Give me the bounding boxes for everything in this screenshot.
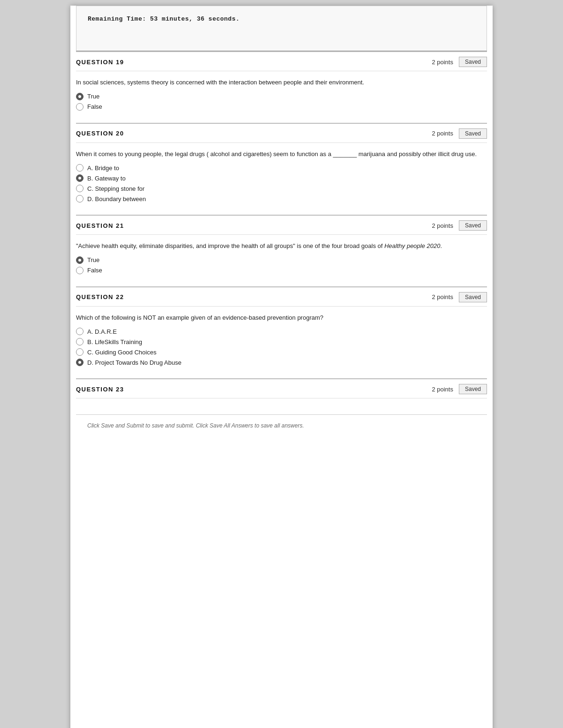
radio-q20-3[interactable] bbox=[76, 195, 84, 203]
timer-label: Remaining Time: bbox=[88, 15, 146, 23]
questions-container: QUESTION 192 pointsSavedIn social scienc… bbox=[70, 51, 493, 414]
question-text-q19: In social sciences, systems theory is co… bbox=[76, 78, 487, 87]
question-title-q22: QUESTION 22 bbox=[76, 293, 124, 300]
radio-q20-1[interactable] bbox=[76, 174, 84, 182]
question-right-q23: 2 pointsSaved bbox=[432, 384, 487, 394]
option-item-q21-1[interactable]: False bbox=[76, 267, 487, 274]
option-item-q20-0[interactable]: A. Bridge to bbox=[76, 164, 487, 172]
radio-q22-1[interactable] bbox=[76, 338, 84, 345]
question-header-q20: QUESTION 202 pointsSaved bbox=[76, 124, 487, 143]
timer-text: Remaining Time: 53 minutes, 36 seconds. bbox=[88, 15, 240, 23]
option-label-q21-1: False bbox=[87, 267, 102, 274]
option-label-q19-0: True bbox=[87, 93, 99, 100]
question-title-q19: QUESTION 19 bbox=[76, 59, 124, 66]
radio-q21-0[interactable] bbox=[76, 256, 84, 264]
question-body-q20: When it comes to young people, the legal… bbox=[76, 143, 487, 215]
radio-q22-0[interactable] bbox=[76, 328, 84, 335]
options-list-q22: A. D.A.R.EB. LifeSkills TrainingC. Guidi… bbox=[76, 328, 487, 366]
options-list-q20: A. Bridge toB. Gateway toC. Stepping sto… bbox=[76, 164, 487, 203]
question-title-q23: QUESTION 23 bbox=[76, 386, 124, 393]
saved-button-q22[interactable]: Saved bbox=[459, 292, 487, 302]
radio-q20-0[interactable] bbox=[76, 164, 84, 172]
question-text-q22: Which of the following is NOT an example… bbox=[76, 313, 487, 323]
question-title-q20: QUESTION 20 bbox=[76, 130, 124, 137]
option-label-q22-2: C. Guiding Good Choices bbox=[87, 349, 156, 356]
footer-bar: Click Save and Submit to save and submit… bbox=[76, 414, 487, 435]
option-label-q20-0: A. Bridge to bbox=[87, 165, 119, 172]
option-label-q20-1: B. Gateway to bbox=[87, 175, 126, 182]
question-header-q23: QUESTION 232 pointsSaved bbox=[76, 379, 487, 398]
question-right-q19: 2 pointsSaved bbox=[432, 57, 487, 67]
option-item-q22-1[interactable]: B. LifeSkills Training bbox=[76, 338, 487, 345]
question-body-q21: "Achieve health equity, eliminate dispar… bbox=[76, 235, 487, 286]
radio-q22-2[interactable] bbox=[76, 348, 84, 356]
question-block-q23: QUESTION 232 pointsSaved bbox=[76, 378, 487, 414]
option-label-q20-3: D. Boundary between bbox=[87, 195, 146, 203]
option-item-q22-2[interactable]: C. Guiding Good Choices bbox=[76, 348, 487, 356]
option-label-q19-1: False bbox=[87, 103, 102, 110]
radio-q19-0[interactable] bbox=[76, 93, 84, 100]
option-item-q21-0[interactable]: True bbox=[76, 256, 487, 264]
question-body-q22: Which of the following is NOT an example… bbox=[76, 307, 487, 379]
question-right-q21: 2 pointsSaved bbox=[432, 220, 487, 231]
option-label-q22-3: D. Project Towards No Drug Abuse bbox=[87, 359, 182, 366]
question-block-q20: QUESTION 202 pointsSavedWhen it comes to… bbox=[76, 123, 487, 215]
option-label-q22-0: A. D.A.R.E bbox=[87, 328, 117, 335]
points-label-q20: 2 points bbox=[432, 130, 453, 137]
option-item-q20-3[interactable]: D. Boundary between bbox=[76, 195, 487, 203]
question-header-q22: QUESTION 222 pointsSaved bbox=[76, 287, 487, 307]
option-item-q19-1[interactable]: False bbox=[76, 103, 487, 111]
footer-text: Click Save and Submit to save and submit… bbox=[87, 422, 304, 429]
question-body-q19: In social sciences, systems theory is co… bbox=[76, 71, 487, 123]
saved-button-q21[interactable]: Saved bbox=[459, 220, 487, 231]
points-label-q19: 2 points bbox=[432, 59, 453, 66]
options-list-q19: TrueFalse bbox=[76, 93, 487, 111]
option-label-q22-1: B. LifeSkills Training bbox=[87, 338, 142, 345]
option-item-q20-1[interactable]: B. Gateway to bbox=[76, 174, 487, 182]
options-list-q21: TrueFalse bbox=[76, 256, 487, 274]
timer-value: 53 minutes, 36 seconds. bbox=[150, 15, 240, 23]
option-label-q21-0: True bbox=[87, 256, 99, 263]
points-label-q23: 2 points bbox=[432, 386, 453, 393]
question-text-q20: When it comes to young people, the legal… bbox=[76, 150, 487, 159]
question-block-q22: QUESTION 222 pointsSavedWhich of the fol… bbox=[76, 286, 487, 379]
radio-q19-1[interactable] bbox=[76, 103, 84, 111]
option-item-q22-0[interactable]: A. D.A.R.E bbox=[76, 328, 487, 335]
option-item-q20-2[interactable]: C. Stepping stone for bbox=[76, 185, 487, 192]
saved-button-q19[interactable]: Saved bbox=[459, 57, 487, 67]
question-block-q19: QUESTION 192 pointsSavedIn social scienc… bbox=[76, 51, 487, 123]
saved-button-q20[interactable]: Saved bbox=[459, 128, 487, 139]
question-right-q20: 2 pointsSaved bbox=[432, 128, 487, 139]
question-right-q22: 2 pointsSaved bbox=[432, 292, 487, 302]
option-item-q19-0[interactable]: True bbox=[76, 93, 487, 100]
timer-bar: Remaining Time: 53 minutes, 36 seconds. bbox=[76, 6, 487, 51]
points-label-q21: 2 points bbox=[432, 222, 453, 229]
points-label-q22: 2 points bbox=[432, 293, 453, 300]
question-header-q21: QUESTION 212 pointsSaved bbox=[76, 216, 487, 235]
question-title-q21: QUESTION 21 bbox=[76, 222, 124, 229]
radio-q20-2[interactable] bbox=[76, 185, 84, 192]
radio-q21-1[interactable] bbox=[76, 267, 84, 274]
question-block-q21: QUESTION 212 pointsSaved"Achieve health … bbox=[76, 215, 487, 286]
question-header-q19: QUESTION 192 pointsSaved bbox=[76, 52, 487, 71]
option-item-q22-3[interactable]: D. Project Towards No Drug Abuse bbox=[76, 359, 487, 366]
page-wrapper: Remaining Time: 53 minutes, 36 seconds. … bbox=[70, 6, 493, 728]
saved-button-q23[interactable]: Saved bbox=[459, 384, 487, 394]
question-text-q21: "Achieve health equity, eliminate dispar… bbox=[76, 241, 487, 251]
radio-q22-3[interactable] bbox=[76, 359, 84, 366]
option-label-q20-2: C. Stepping stone for bbox=[87, 185, 145, 192]
question-body-q23 bbox=[76, 398, 487, 414]
